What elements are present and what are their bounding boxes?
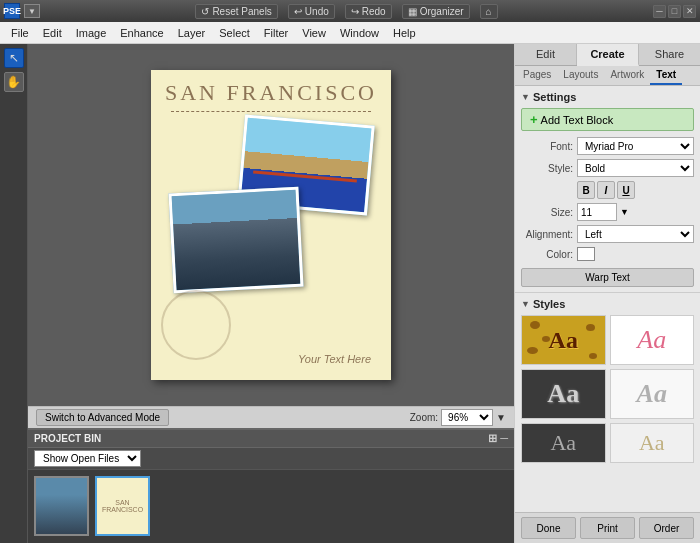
photo-transamerica xyxy=(168,187,303,294)
menu-bar: File Edit Image Enhance Layer Select Fil… xyxy=(0,22,700,44)
title-bar: PSE ▼ ↺ Reset Panels ↩ Undo ↪ Redo ▦ Org… xyxy=(0,0,700,22)
maximize-btn[interactable]: □ xyxy=(668,5,681,18)
menu-layer[interactable]: Layer xyxy=(171,25,213,41)
add-icon: + xyxy=(530,112,538,127)
subtab-layouts[interactable]: Layouts xyxy=(557,66,604,85)
pan-tool-btn[interactable]: ✋ xyxy=(4,72,24,92)
zoom-area: Zoom: 96% 50% 100% 150% ▼ xyxy=(410,409,506,426)
menu-edit[interactable]: Edit xyxy=(36,25,69,41)
organizer-icon: ▦ xyxy=(408,6,417,17)
thumbnail-item-1[interactable] xyxy=(34,476,89,536)
project-bin-header: PROJECT BIN ⊞ ─ xyxy=(28,430,514,448)
subtab-pages[interactable]: Pages xyxy=(517,66,557,85)
undo-icon: ↩ xyxy=(294,6,302,17)
home-btn[interactable]: ⌂ xyxy=(480,4,498,19)
close-btn[interactable]: ✕ xyxy=(683,5,696,18)
subtab-artwork[interactable]: Artwork xyxy=(604,66,650,85)
styles-arrow-icon: ▼ xyxy=(521,299,530,309)
selection-tool-btn[interactable]: ↖ xyxy=(4,48,24,68)
style-label-dark: Aa xyxy=(547,379,579,409)
organizer-btn[interactable]: ▦ Organizer xyxy=(402,4,470,19)
advanced-mode-btn[interactable]: Switch to Advanced Mode xyxy=(36,409,169,426)
tab-share[interactable]: Share xyxy=(639,44,700,65)
redo-btn[interactable]: ↪ Redo xyxy=(345,4,392,19)
format-btn-group: B I U xyxy=(577,181,635,199)
thumbnail-item-2[interactable]: SANFRANCISCO xyxy=(95,476,150,536)
menu-view[interactable]: View xyxy=(295,25,333,41)
underline-btn[interactable]: U xyxy=(617,181,635,199)
style-item-dark2[interactable]: Aa xyxy=(521,423,606,463)
reset-panels-btn[interactable]: ↺ Reset Panels xyxy=(195,4,277,19)
bg-circle-decoration xyxy=(161,290,231,360)
project-bin-dropdown[interactable]: Show Open Files xyxy=(34,450,141,467)
style-item-cheetah[interactable]: Aa xyxy=(521,315,606,365)
minimize-btn[interactable]: ─ xyxy=(653,5,666,18)
collapse-icon[interactable]: ─ xyxy=(500,432,508,445)
done-btn[interactable]: Done xyxy=(521,517,576,539)
project-bin-controls: ⊞ ─ xyxy=(488,432,508,445)
print-btn[interactable]: Print xyxy=(580,517,635,539)
order-btn[interactable]: Order xyxy=(639,517,694,539)
style-item-dark[interactable]: Aa xyxy=(521,369,606,419)
size-dropdown-icon[interactable]: ▼ xyxy=(620,207,629,217)
document-title: San Francisco xyxy=(151,70,391,111)
settings-arrow-icon: ▼ xyxy=(521,92,530,102)
project-bin-title: PROJECT BIN xyxy=(34,433,101,444)
right-panel: Edit Create Share Pages Layouts Artwork … xyxy=(514,44,700,543)
style-label-dark2: Aa xyxy=(550,430,576,456)
reset-icon: ↺ xyxy=(201,6,209,17)
add-text-block-btn[interactable]: + Add Text Block xyxy=(521,108,694,131)
warp-text-btn[interactable]: Warp Text xyxy=(521,268,694,287)
panel-bottom: Done Print Order xyxy=(515,512,700,543)
style-row: Style: Bold xyxy=(521,159,694,177)
menu-enhance[interactable]: Enhance xyxy=(113,25,170,41)
style-item-silver2[interactable]: Aa xyxy=(610,423,695,463)
zoom-select[interactable]: 96% 50% 100% 150% xyxy=(441,409,493,426)
tab-create[interactable]: Create xyxy=(577,44,639,66)
menu-window[interactable]: Window xyxy=(333,25,386,41)
document-tagline: Your Text Here xyxy=(298,353,371,365)
styles-grid: Aa Aa Aa Aa xyxy=(521,315,694,463)
styles-section: ▼ Styles Aa Aa Aa xyxy=(515,293,700,512)
format-row: B I U xyxy=(521,181,694,199)
settings-header: ▼ Settings xyxy=(521,91,694,103)
settings-section: ▼ Settings + Add Text Block Font: Myriad… xyxy=(515,86,700,293)
window-controls: ─ □ ✕ xyxy=(653,5,696,18)
menu-image[interactable]: Image xyxy=(69,25,114,41)
italic-btn[interactable]: I xyxy=(597,181,615,199)
font-select[interactable]: Myriad Pro xyxy=(577,137,694,155)
font-label: Font: xyxy=(521,141,573,152)
canvas-bottom-toolbar: Switch to Advanced Mode Zoom: 96% 50% 10… xyxy=(28,406,514,428)
left-toolbar: ↖ ✋ xyxy=(0,44,28,543)
menu-filter[interactable]: Filter xyxy=(257,25,295,41)
style-item-pink[interactable]: Aa xyxy=(610,315,695,365)
panel-tabs: Edit Create Share xyxy=(515,44,700,66)
undo-btn[interactable]: ↩ Undo xyxy=(288,4,335,19)
color-swatch[interactable] xyxy=(577,247,595,261)
alignment-row: Alignment: Left Center Right xyxy=(521,225,694,243)
title-tools: ↺ Reset Panels ↩ Undo ↪ Redo ▦ Organizer… xyxy=(44,4,649,19)
title-dropdown-btn[interactable]: ▼ xyxy=(24,4,40,18)
expand-icon[interactable]: ⊞ xyxy=(488,432,497,445)
menu-select[interactable]: Select xyxy=(212,25,257,41)
menu-file[interactable]: File xyxy=(4,25,36,41)
font-row: Font: Myriad Pro xyxy=(521,137,694,155)
styles-title: Styles xyxy=(533,298,565,310)
style-item-silver[interactable]: Aa xyxy=(610,369,695,419)
canvas-area: San Francisco xyxy=(28,44,514,428)
bold-btn[interactable]: B xyxy=(577,181,595,199)
project-bin: PROJECT BIN ⊞ ─ Show Open Files SANFRANC… xyxy=(28,428,514,543)
style-select[interactable]: Bold xyxy=(577,159,694,177)
tab-edit[interactable]: Edit xyxy=(515,44,577,65)
menu-help[interactable]: Help xyxy=(386,25,423,41)
alignment-select[interactable]: Left Center Right xyxy=(577,225,694,243)
style-label-silver: Aa xyxy=(637,379,667,409)
document-canvas[interactable]: San Francisco xyxy=(151,70,391,380)
zoom-label: Zoom: xyxy=(410,412,438,423)
color-row: Color: xyxy=(521,247,694,261)
alignment-label: Alignment: xyxy=(521,229,573,240)
size-input[interactable] xyxy=(577,203,617,221)
redo-icon: ↪ xyxy=(351,6,359,17)
subtab-text[interactable]: Text xyxy=(650,66,682,85)
project-bin-toolbar: Show Open Files xyxy=(28,448,514,470)
